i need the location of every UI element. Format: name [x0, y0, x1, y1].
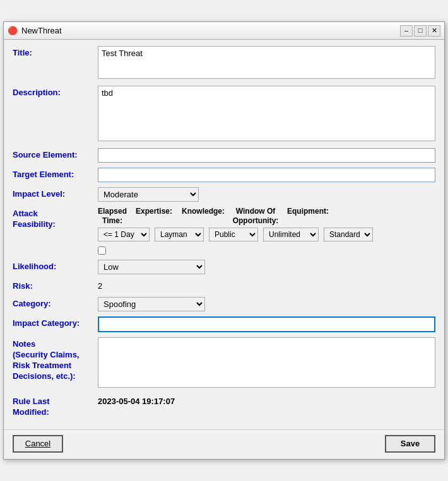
title-input[interactable]: Test Threat — [98, 46, 435, 79]
description-row: Description: tbd — [13, 86, 435, 143]
impact-level-wrap: Moderate Low High Critical — [98, 187, 435, 202]
expertise-select[interactable]: Layman Proficient Expert Multiple Expert… — [155, 228, 204, 241]
attack-feasibility-header-row: AttackFeasibility: ElapsedTime: Expertis… — [13, 207, 435, 241]
category-row: Category: Spoofing Tampering Repudiation… — [13, 297, 435, 311]
cancel-button[interactable]: Cancel — [13, 435, 63, 453]
equipment-label: Equipment: — [287, 207, 329, 216]
rule-last-modified-label: Rule LastModified: — [13, 395, 98, 418]
target-element-wrap — [98, 168, 435, 182]
likelihood-select[interactable]: Low Medium High Critical — [98, 260, 205, 274]
elapsed-time-select[interactable]: <= 1 Day <= 1 Week <= 1 Month > 1 Month — [98, 228, 150, 241]
risk-row: Risk: 2 — [13, 279, 435, 292]
title-label: Title: — [13, 46, 98, 59]
footer: Cancel Save — [4, 429, 444, 459]
window-of-opportunity-label: Window OfOpportunity: — [233, 207, 279, 225]
expertise-label: Expertise: — [136, 207, 172, 216]
maximize-button[interactable]: □ — [414, 25, 427, 37]
source-element-row: Source Element: — [13, 148, 435, 163]
impact-category-wrap — [98, 316, 435, 332]
source-element-input[interactable] — [98, 148, 435, 163]
elapsed-time-col: ElapsedTime: — [98, 207, 127, 225]
elapsed-time-label: ElapsedTime: — [98, 207, 127, 225]
description-input[interactable]: tbd — [98, 86, 435, 141]
expertise-col: Expertise: — [132, 207, 176, 216]
risk-value: 2 — [98, 279, 102, 291]
notes-wrap — [98, 337, 435, 390]
window-title: NewThreat — [21, 26, 62, 35]
target-element-input[interactable] — [98, 168, 435, 182]
description-wrap: tbd — [98, 86, 435, 143]
equipment-select-col: Standard Specialized Bespoke Multiple Be… — [324, 228, 373, 241]
likelihood-label: Likelihood: — [13, 260, 98, 272]
attack-feasibility-cols: ElapsedTime: Expertise: Knowledge: Windo… — [98, 207, 373, 241]
notes-row: Notes(Security Claims,Risk TreatmentDeci… — [13, 337, 435, 390]
notes-input[interactable] — [98, 337, 435, 388]
attack-feasibility-checkbox[interactable] — [98, 246, 106, 255]
save-button[interactable]: Save — [385, 435, 435, 453]
impact-level-label: Impact Level: — [13, 187, 98, 200]
notes-label: Notes(Security Claims,Risk TreatmentDeci… — [13, 337, 98, 382]
attack-cols-selects: <= 1 Day <= 1 Week <= 1 Month > 1 Month … — [98, 228, 373, 241]
attack-feasibility-checkbox-spacer — [13, 246, 98, 248]
impact-category-row: Impact Category: — [13, 316, 435, 332]
main-window: 🔴 NewThreat – □ ✕ Title: Test Threat Des… — [3, 21, 445, 459]
attack-feasibility-checkbox-row — [13, 246, 435, 255]
category-select[interactable]: Spoofing Tampering Repudiation Informati… — [98, 297, 205, 311]
knowledge-select-col: Public Restricted Sensitive Critical — [209, 228, 258, 241]
elapsed-time-select-col: <= 1 Day <= 1 Week <= 1 Month > 1 Month — [98, 228, 150, 241]
knowledge-label: Knowledge: — [182, 207, 225, 216]
window-icon: 🔴 — [8, 26, 18, 36]
window-of-opportunity-select[interactable]: Unlimited Easy Moderate Difficult None — [263, 228, 319, 241]
likelihood-row: Likelihood: Low Medium High Critical — [13, 260, 435, 274]
description-label: Description: — [13, 86, 98, 98]
equipment-select[interactable]: Standard Specialized Bespoke Multiple Be… — [324, 228, 373, 241]
minimize-button[interactable]: – — [400, 25, 413, 37]
likelihood-wrap: Low Medium High Critical — [98, 260, 435, 274]
impact-level-select[interactable]: Moderate Low High Critical — [98, 187, 199, 202]
window-of-opportunity-col: Window OfOpportunity: — [230, 207, 281, 225]
title-row: Title: Test Threat — [13, 46, 435, 81]
rule-last-modified-row: Rule LastModified: 2023-05-04 19:17:07 — [13, 395, 435, 418]
target-element-label: Target Element: — [13, 168, 98, 180]
attack-cols-labels: ElapsedTime: Expertise: Knowledge: Windo… — [98, 207, 373, 225]
knowledge-select[interactable]: Public Restricted Sensitive Critical — [209, 228, 258, 241]
form-content: Title: Test Threat Description: tbd Sour… — [4, 40, 444, 429]
target-element-row: Target Element: — [13, 168, 435, 182]
source-element-label: Source Element: — [13, 148, 98, 161]
window-of-opportunity-select-col: Unlimited Easy Moderate Difficult None — [263, 228, 319, 241]
category-label: Category: — [13, 297, 98, 310]
source-element-wrap — [98, 148, 435, 163]
knowledge-col: Knowledge: — [181, 207, 225, 216]
close-button[interactable]: ✕ — [428, 25, 440, 37]
title-wrap: Test Threat — [98, 46, 435, 81]
attack-feasibility-label: AttackFeasibility: — [13, 207, 98, 230]
attack-feasibility-section: AttackFeasibility: ElapsedTime: Expertis… — [13, 207, 435, 255]
impact-level-row: Impact Level: Moderate Low High Critical — [13, 187, 435, 202]
rule-last-modified-value: 2023-05-04 19:17:07 — [98, 395, 175, 406]
title-bar-left: 🔴 NewThreat — [8, 26, 62, 36]
title-bar: 🔴 NewThreat – □ ✕ — [4, 22, 444, 40]
equipment-col: Equipment: — [286, 207, 330, 216]
attack-feasibility-check-wrap — [98, 246, 106, 255]
impact-category-label: Impact Category: — [13, 316, 98, 329]
impact-category-input[interactable] — [98, 316, 435, 332]
risk-label: Risk: — [13, 279, 98, 292]
category-wrap: Spoofing Tampering Repudiation Informati… — [98, 297, 435, 311]
expertise-select-col: Layman Proficient Expert Multiple Expert… — [155, 228, 204, 241]
title-bar-controls: – □ ✕ — [400, 25, 440, 37]
